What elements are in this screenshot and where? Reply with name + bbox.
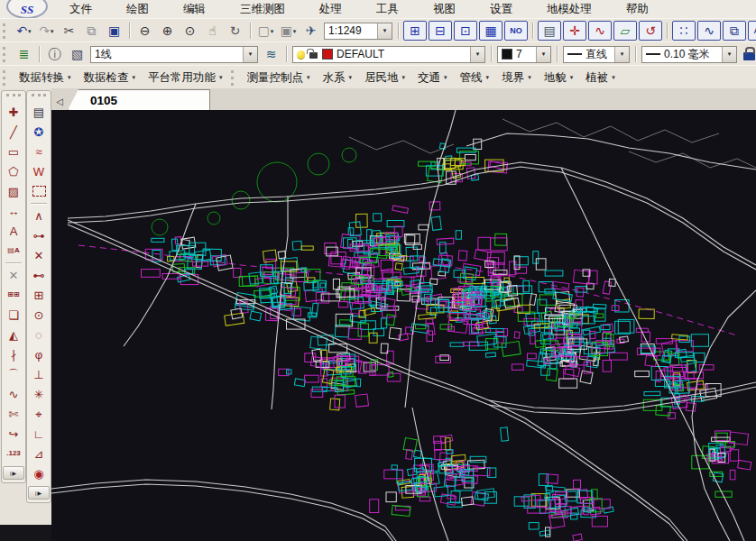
symbol-library-tool[interactable]: ✪ <box>29 122 49 142</box>
toolbar-expand-button[interactable]: |▶ <box>3 466 24 480</box>
layer-states-button[interactable]: ≋ <box>260 44 282 64</box>
break-line-tool[interactable]: ∤ <box>4 344 23 364</box>
boundary-menu[interactable]: 境界▾ <box>495 68 538 88</box>
color-combo-dropdown-icon[interactable]: ▾ <box>536 47 550 62</box>
traffic-menu[interactable]: 交通▾ <box>411 68 454 88</box>
text-annotation-button[interactable]: AB <box>748 21 756 41</box>
terrain-model-menu[interactable]: 地模处理 <box>530 0 609 19</box>
fly-mode-button[interactable]: ✈ <box>300 21 322 41</box>
grid-display-button[interactable]: ▦ <box>479 21 502 41</box>
redo-button[interactable]: ↷▾ <box>35 21 58 41</box>
data-check-menu[interactable]: 数据检查▾ <box>78 68 143 88</box>
copy-button[interactable]: ⧉ <box>80 21 103 41</box>
contour-line-button[interactable]: ∿ <box>697 21 721 41</box>
palette-grip[interactable] <box>6 94 21 99</box>
draw-hatch-tool[interactable]: ▨ <box>4 181 23 201</box>
tools-menu[interactable]: 工具 <box>359 0 416 19</box>
scale-combo[interactable]: 1:1249▾ <box>324 23 392 40</box>
station-point-button[interactable]: ✛ <box>563 21 586 41</box>
toolbar-grip[interactable] <box>3 70 9 86</box>
scale-combo-dropdown-icon[interactable]: ▾ <box>377 23 392 39</box>
layer-manager-button[interactable]: ≣ <box>13 44 35 64</box>
cross-node-tool[interactable]: ✕ <box>29 245 49 265</box>
draw-text-tool[interactable]: A <box>4 221 23 241</box>
vegetation-menu[interactable]: 植被▾ <box>579 68 622 88</box>
zoom-window-button[interactable]: ⊙ <box>179 21 201 41</box>
toolbar-grip[interactable] <box>3 47 9 62</box>
block-layout-button[interactable]: ⧉ <box>723 21 746 41</box>
cut-button[interactable]: ✂ <box>58 21 80 41</box>
toolbar-grip[interactable] <box>231 70 237 86</box>
selection-box-tool[interactable] <box>29 181 49 201</box>
no-mode-button[interactable]: NO <box>504 21 528 41</box>
draw-polygon-tool[interactable]: ⬠ <box>4 161 23 181</box>
toolbar-grip[interactable] <box>3 23 9 39</box>
landform-menu[interactable]: 地貌▾ <box>538 68 580 88</box>
freehand-sketch-tool[interactable]: ≈ <box>29 142 49 161</box>
platform-functions-menu[interactable]: 平台常用功能▾ <box>142 68 229 88</box>
toolbar-expand-button[interactable]: |▶ <box>28 486 50 500</box>
target-gear-tool[interactable]: ◉ <box>29 463 49 483</box>
lock-objects-button[interactable] <box>743 52 755 60</box>
rotate-view-button[interactable]: ↻ <box>224 21 246 41</box>
notebook-tool[interactable]: ▤ <box>29 102 49 122</box>
coordinate-k-tool[interactable]: ⊿ <box>29 444 49 463</box>
w-symbol-tool[interactable]: W <box>29 161 49 181</box>
curve-tool[interactable]: ∿ <box>4 384 23 404</box>
palette-grip[interactable] <box>32 94 46 99</box>
control-points-menu[interactable]: 测量控制点▾ <box>241 68 317 88</box>
copy-object-tool[interactable]: ❏ <box>4 305 23 325</box>
clip-box-tool[interactable]: ✄ <box>4 404 23 424</box>
map-canvas[interactable] <box>51 110 756 541</box>
zoom-out-button[interactable]: ⊖ <box>134 21 156 41</box>
lineweight-combo-dropdown-icon[interactable]: ▾ <box>722 47 736 62</box>
data-convert-menu[interactable]: 数据转换▾ <box>13 68 78 88</box>
lineweight-combo[interactable]: 0.10 毫米▾ <box>641 46 737 63</box>
dimension-tool[interactable]: ↔ <box>4 201 23 221</box>
star-point-tool[interactable]: ✳ <box>29 384 49 404</box>
offset-pipe-tool[interactable]: ↪ <box>4 424 23 444</box>
circle-center-tool[interactable]: ⊙ <box>29 305 49 325</box>
scatter-points-button[interactable]: ∷ <box>672 21 696 41</box>
layer-combo-dropdown-icon[interactable]: ▾ <box>243 47 257 62</box>
color-combo[interactable]: 7▾ <box>497 46 551 63</box>
join-objects-tool[interactable]: ⊞⊞ <box>4 285 23 305</box>
linetype-combo-dropdown-icon[interactable]: ▾ <box>614 47 629 62</box>
tab-scroll-left-icon[interactable]: ◁ <box>51 92 68 110</box>
lasso-circle-tool[interactable]: φ <box>29 344 49 364</box>
crosshair-target-tool[interactable]: ⌖ <box>29 404 49 424</box>
undo-button[interactable]: ↶▾ <box>13 21 35 41</box>
closed-loop-button[interactable]: ↺ <box>639 21 662 41</box>
water-system-menu[interactable]: 水系▾ <box>317 68 359 88</box>
arc-tool[interactable]: ⌒ <box>4 364 23 384</box>
erase-tool[interactable]: ✕ <box>4 265 23 285</box>
grid-point-tool[interactable]: ⊞ <box>29 285 49 305</box>
settings-menu[interactable]: 设置 <box>473 0 530 19</box>
tile-windows-button[interactable]: ⊞ <box>403 21 427 41</box>
draw-menu[interactable]: 绘图 <box>109 0 166 19</box>
pan-button[interactable]: ☝ <box>201 21 224 41</box>
cascade-windows-button[interactable]: ⊟ <box>429 21 452 41</box>
draw-line-tool[interactable]: ╱ <box>4 122 23 142</box>
area-object-button[interactable]: ▱ <box>613 21 637 41</box>
single-window-button[interactable]: ⊡ <box>454 21 477 41</box>
segment-dots-tool[interactable]: ⊶ <box>29 225 49 245</box>
style-combo-dropdown-icon[interactable]: ▾ <box>470 47 484 62</box>
file-menu[interactable]: 文件 <box>52 0 109 19</box>
process-menu[interactable]: 处理 <box>302 0 359 19</box>
edit-menu[interactable]: 编辑 <box>166 0 223 19</box>
named-views-dropdown[interactable]: ▢▾ <box>254 21 277 41</box>
help-menu[interactable]: 帮助 <box>609 0 666 19</box>
map-viewport[interactable] <box>51 110 756 541</box>
view-menu[interactable]: 视图 <box>416 0 473 19</box>
pipeline-menu[interactable]: 管线▾ <box>454 68 496 88</box>
draw-point-tool[interactable]: ✚ <box>4 102 23 122</box>
zoom-in-button[interactable]: ⊕ <box>156 21 179 41</box>
text-style-tool[interactable]: ▤A <box>4 241 23 261</box>
style-combo[interactable]: DEFAULT▾ <box>292 46 485 63</box>
paste-button[interactable]: ▣ <box>103 21 125 41</box>
layer-preview-button[interactable]: ▧ <box>66 44 88 64</box>
coordinate-axis-tool[interactable]: ∟ <box>29 424 49 444</box>
drawing-tab-0105[interactable]: 0105 <box>68 89 210 110</box>
entity-info-button[interactable]: ⓘ <box>43 44 66 64</box>
